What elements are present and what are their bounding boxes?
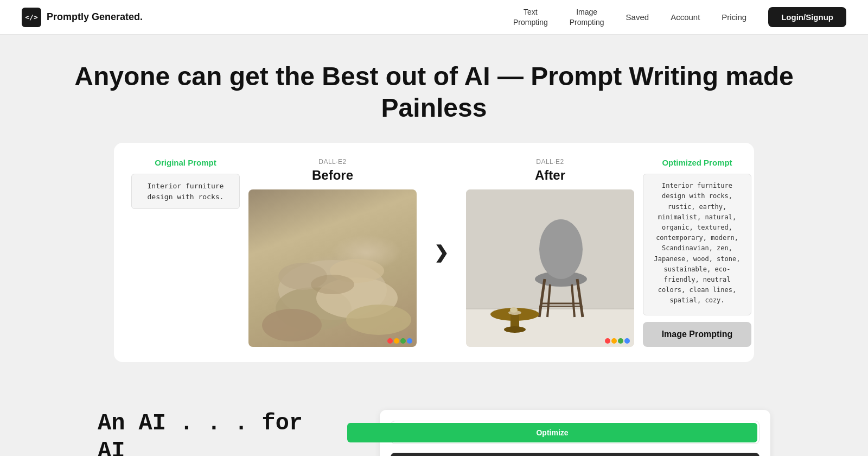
- before-dall-label: DALL·E2: [318, 158, 347, 166]
- ai-title: An AI . . . for AI: [98, 410, 336, 456]
- color-dots-before: [387, 338, 412, 344]
- after-image: [466, 189, 634, 347]
- furniture-svg: [466, 189, 634, 347]
- before-section: DALL·E2 Before: [240, 158, 425, 347]
- nav-text-prompting[interactable]: TextPrompting: [513, 7, 548, 27]
- after-dall-label: DALL·E2: [536, 158, 564, 166]
- image-prompting-button[interactable]: Image Prompting: [643, 322, 751, 347]
- before-title: Before: [312, 168, 353, 183]
- svg-point-12: [539, 219, 583, 279]
- arrow-section: ❯: [425, 158, 457, 347]
- navbar: </> Promptly Generated. TextPrompting Im…: [0, 0, 868, 35]
- nav-account[interactable]: Account: [671, 12, 700, 22]
- after-header: DALL·E2 After: [535, 158, 565, 183]
- rocks-svg: [248, 189, 417, 347]
- svg-point-3: [262, 309, 322, 341]
- demo-area: Optimize ...: [380, 410, 770, 456]
- original-prompt-panel: Original Prompt Interior furniture desig…: [131, 158, 240, 347]
- before-header: DALL·E2 Before: [312, 158, 353, 183]
- after-section: DALL·E2 After: [457, 158, 643, 347]
- comparison-card: Original Prompt Interior furniture desig…: [114, 143, 754, 362]
- optimize-button[interactable]: Optimize: [347, 423, 757, 442]
- svg-point-21: [504, 326, 526, 333]
- login-button[interactable]: Login/Signup: [768, 7, 846, 27]
- optimized-prompt-text: Interior furniture design with rocks, ru…: [643, 174, 751, 315]
- logo[interactable]: </> Promptly Generated.: [22, 8, 143, 27]
- nav-pricing[interactable]: Pricing: [722, 12, 746, 22]
- hero-section: Anyone can get the Best out of AI — Prom…: [0, 35, 868, 384]
- after-title: After: [535, 168, 565, 183]
- brand-name: Promptly Generated.: [47, 11, 143, 23]
- before-image: [248, 189, 417, 347]
- demo-card: Optimize ...: [380, 410, 770, 456]
- logo-icon: </>: [22, 8, 41, 27]
- nav-saved[interactable]: Saved: [626, 12, 649, 22]
- svg-point-4: [346, 305, 411, 335]
- svg-point-23: [510, 307, 518, 313]
- ai-section: An AI . . . for AI Prompt engineering ha…: [0, 384, 868, 456]
- color-dots-after: [605, 338, 630, 344]
- ai-left-content: An AI . . . for AI Prompt engineering ha…: [98, 410, 336, 456]
- svg-point-7: [311, 275, 354, 294]
- original-prompt-text: Interior furniture design with rocks.: [131, 174, 240, 209]
- demo-output: ...: [391, 453, 760, 456]
- original-prompt-label: Original Prompt: [131, 158, 240, 167]
- nav-links: TextPrompting ImagePrompting Saved Accou…: [513, 7, 746, 27]
- nav-image-prompting[interactable]: ImagePrompting: [570, 7, 604, 27]
- optimized-prompt-label: Optimized Prompt: [643, 158, 751, 167]
- optimized-prompt-panel: Optimized Prompt Interior furniture desi…: [643, 158, 751, 347]
- hero-title: Anyone can get the Best out of AI — Prom…: [22, 61, 846, 123]
- right-arrow-icon: ❯: [434, 242, 449, 263]
